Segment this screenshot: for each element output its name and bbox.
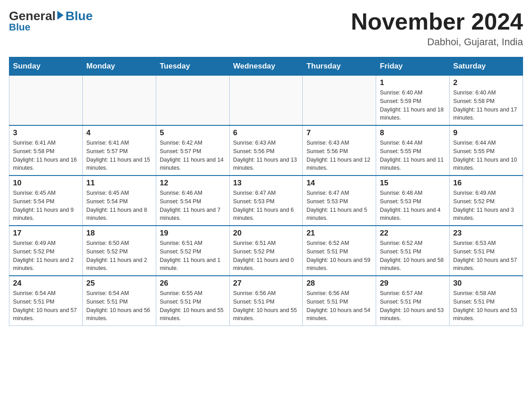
calendar-cell	[229, 76, 303, 126]
calendar-cell: 19Sunrise: 6:51 AM Sunset: 5:52 PM Dayli…	[156, 226, 229, 276]
day-number: 19	[160, 229, 226, 238]
calendar-table: SundayMondayTuesdayWednesdayThursdayFrid…	[9, 57, 523, 326]
calendar-cell: 18Sunrise: 6:50 AM Sunset: 5:52 PM Dayli…	[82, 226, 156, 276]
day-info: Sunrise: 6:54 AM Sunset: 5:51 PM Dayligh…	[13, 289, 79, 323]
day-number: 3	[13, 128, 79, 137]
day-number: 10	[13, 179, 79, 188]
calendar-week-row: 17Sunrise: 6:49 AM Sunset: 5:52 PM Dayli…	[9, 226, 523, 276]
day-number: 14	[306, 179, 372, 188]
calendar-cell: 29Sunrise: 6:57 AM Sunset: 5:51 PM Dayli…	[376, 276, 450, 326]
day-info: Sunrise: 6:50 AM Sunset: 5:52 PM Dayligh…	[86, 239, 152, 273]
day-info: Sunrise: 6:52 AM Sunset: 5:51 PM Dayligh…	[306, 239, 372, 273]
day-info: Sunrise: 6:40 AM Sunset: 5:58 PM Dayligh…	[453, 89, 519, 122]
day-number: 8	[380, 128, 446, 137]
calendar-cell: 2Sunrise: 6:40 AM Sunset: 5:58 PM Daylig…	[450, 76, 523, 126]
day-number: 27	[233, 279, 299, 288]
calendar-cell: 6Sunrise: 6:43 AM Sunset: 5:56 PM Daylig…	[229, 125, 303, 176]
calendar-cell: 25Sunrise: 6:54 AM Sunset: 5:51 PM Dayli…	[82, 276, 156, 326]
calendar-cell: 16Sunrise: 6:49 AM Sunset: 5:52 PM Dayli…	[450, 176, 523, 226]
day-info: Sunrise: 6:53 AM Sunset: 5:51 PM Dayligh…	[453, 239, 519, 273]
day-number: 21	[306, 229, 372, 238]
calendar-cell: 17Sunrise: 6:49 AM Sunset: 5:52 PM Dayli…	[9, 226, 83, 276]
calendar-week-row: 10Sunrise: 6:45 AM Sunset: 5:54 PM Dayli…	[9, 176, 523, 226]
calendar-cell: 12Sunrise: 6:46 AM Sunset: 5:54 PM Dayli…	[156, 176, 229, 226]
day-info: Sunrise: 6:41 AM Sunset: 5:58 PM Dayligh…	[13, 139, 79, 172]
day-number: 30	[453, 279, 519, 288]
calendar-week-row: 24Sunrise: 6:54 AM Sunset: 5:51 PM Dayli…	[9, 276, 523, 326]
day-info: Sunrise: 6:45 AM Sunset: 5:54 PM Dayligh…	[86, 189, 152, 223]
calendar-cell: 22Sunrise: 6:52 AM Sunset: 5:51 PM Dayli…	[376, 226, 450, 276]
calendar-cell: 26Sunrise: 6:55 AM Sunset: 5:51 PM Dayli…	[156, 276, 229, 326]
column-header-friday: Friday	[376, 57, 450, 76]
day-info: Sunrise: 6:44 AM Sunset: 5:55 PM Dayligh…	[453, 139, 519, 172]
column-header-thursday: Thursday	[303, 57, 376, 76]
day-number: 17	[13, 229, 79, 238]
calendar-cell: 24Sunrise: 6:54 AM Sunset: 5:51 PM Dayli…	[9, 276, 83, 326]
column-header-wednesday: Wednesday	[229, 57, 303, 76]
day-number: 25	[86, 279, 152, 288]
calendar-cell: 9Sunrise: 6:44 AM Sunset: 5:55 PM Daylig…	[450, 125, 523, 176]
logo-arrow-icon	[57, 11, 64, 20]
column-header-tuesday: Tuesday	[156, 57, 229, 76]
day-info: Sunrise: 6:41 AM Sunset: 5:57 PM Dayligh…	[86, 139, 152, 172]
day-info: Sunrise: 6:47 AM Sunset: 5:53 PM Dayligh…	[306, 189, 372, 223]
day-number: 4	[86, 128, 152, 137]
calendar-cell: 10Sunrise: 6:45 AM Sunset: 5:54 PM Dayli…	[9, 176, 83, 226]
day-number: 18	[86, 229, 152, 238]
day-info: Sunrise: 6:42 AM Sunset: 5:57 PM Dayligh…	[160, 139, 226, 172]
column-header-sunday: Sunday	[9, 57, 83, 76]
calendar-cell: 14Sunrise: 6:47 AM Sunset: 5:53 PM Dayli…	[303, 176, 376, 226]
day-number: 23	[453, 229, 519, 238]
day-number: 6	[233, 128, 299, 137]
calendar-cell	[303, 76, 376, 126]
calendar-cell: 27Sunrise: 6:56 AM Sunset: 5:51 PM Dayli…	[229, 276, 303, 326]
calendar-cell: 15Sunrise: 6:48 AM Sunset: 5:53 PM Dayli…	[376, 176, 450, 226]
calendar-cell: 21Sunrise: 6:52 AM Sunset: 5:51 PM Dayli…	[303, 226, 376, 276]
calendar-header-row: SundayMondayTuesdayWednesdayThursdayFrid…	[9, 57, 523, 76]
column-header-saturday: Saturday	[450, 57, 523, 76]
calendar-week-row: 3Sunrise: 6:41 AM Sunset: 5:58 PM Daylig…	[9, 125, 523, 176]
day-info: Sunrise: 6:43 AM Sunset: 5:56 PM Dayligh…	[233, 139, 299, 172]
calendar-cell: 23Sunrise: 6:53 AM Sunset: 5:51 PM Dayli…	[450, 226, 523, 276]
day-info: Sunrise: 6:51 AM Sunset: 5:52 PM Dayligh…	[233, 239, 299, 273]
day-number: 20	[233, 229, 299, 238]
day-number: 28	[306, 279, 372, 288]
day-number: 26	[160, 279, 226, 288]
page-header: General Blue Blue November 2024 Dabhoi, …	[9, 9, 523, 48]
logo-blue-text: Blue	[65, 9, 93, 23]
day-info: Sunrise: 6:56 AM Sunset: 5:51 PM Dayligh…	[306, 289, 372, 323]
day-info: Sunrise: 6:55 AM Sunset: 5:51 PM Dayligh…	[160, 289, 226, 323]
calendar-cell: 1Sunrise: 6:40 AM Sunset: 5:59 PM Daylig…	[376, 76, 450, 126]
day-number: 16	[453, 179, 519, 188]
calendar-cell: 5Sunrise: 6:42 AM Sunset: 5:57 PM Daylig…	[156, 125, 229, 176]
day-info: Sunrise: 6:46 AM Sunset: 5:54 PM Dayligh…	[160, 189, 226, 223]
column-header-monday: Monday	[82, 57, 156, 76]
day-number: 9	[453, 128, 519, 137]
day-number: 11	[86, 179, 152, 188]
day-info: Sunrise: 6:49 AM Sunset: 5:52 PM Dayligh…	[453, 189, 519, 223]
calendar-cell: 11Sunrise: 6:45 AM Sunset: 5:54 PM Dayli…	[82, 176, 156, 226]
day-number: 2	[453, 78, 519, 87]
day-info: Sunrise: 6:47 AM Sunset: 5:53 PM Dayligh…	[233, 189, 299, 223]
calendar-cell: 8Sunrise: 6:44 AM Sunset: 5:55 PM Daylig…	[376, 125, 450, 176]
calendar-cell	[156, 76, 229, 126]
logo-subtitle: Blue	[9, 21, 30, 33]
day-info: Sunrise: 6:49 AM Sunset: 5:52 PM Dayligh…	[13, 239, 79, 273]
calendar-cell: 13Sunrise: 6:47 AM Sunset: 5:53 PM Dayli…	[229, 176, 303, 226]
calendar-cell: 7Sunrise: 6:43 AM Sunset: 5:56 PM Daylig…	[303, 125, 376, 176]
calendar-cell: 4Sunrise: 6:41 AM Sunset: 5:57 PM Daylig…	[82, 125, 156, 176]
calendar-cell: 3Sunrise: 6:41 AM Sunset: 5:58 PM Daylig…	[9, 125, 83, 176]
day-info: Sunrise: 6:52 AM Sunset: 5:51 PM Dayligh…	[380, 239, 446, 273]
day-number: 7	[306, 128, 372, 137]
calendar-cell	[82, 76, 156, 126]
calendar-week-row: 1Sunrise: 6:40 AM Sunset: 5:59 PM Daylig…	[9, 76, 523, 126]
calendar-cell: 28Sunrise: 6:56 AM Sunset: 5:51 PM Dayli…	[303, 276, 376, 326]
calendar-cell: 30Sunrise: 6:58 AM Sunset: 5:51 PM Dayli…	[450, 276, 523, 326]
calendar-cell	[9, 76, 83, 126]
day-number: 24	[13, 279, 79, 288]
calendar-cell: 20Sunrise: 6:51 AM Sunset: 5:52 PM Dayli…	[229, 226, 303, 276]
day-number: 1	[380, 78, 446, 87]
calendar-subtitle: Dabhoi, Gujarat, India	[351, 36, 523, 48]
calendar-title: November 2024	[351, 9, 523, 34]
day-info: Sunrise: 6:56 AM Sunset: 5:51 PM Dayligh…	[233, 289, 299, 323]
